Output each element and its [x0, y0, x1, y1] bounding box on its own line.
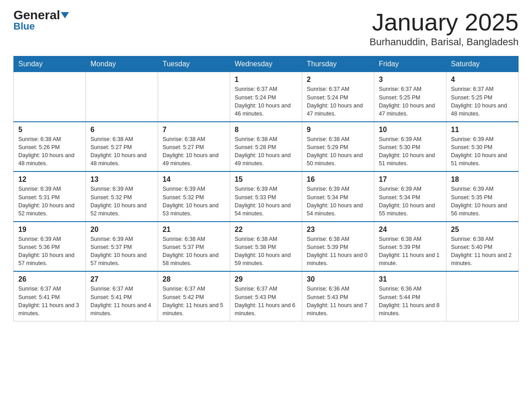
calendar-cell: 18Sunrise: 6:39 AM Sunset: 5:35 PM Dayli…: [446, 171, 519, 222]
day-info: Sunrise: 6:39 AM Sunset: 5:37 PM Dayligh…: [90, 235, 153, 268]
calendar-cell: 30Sunrise: 6:36 AM Sunset: 5:43 PM Dayli…: [302, 271, 374, 321]
day-number: 30: [307, 275, 369, 283]
calendar-cell: 17Sunrise: 6:39 AM Sunset: 5:34 PM Dayli…: [374, 171, 446, 222]
day-info: Sunrise: 6:37 AM Sunset: 5:25 PM Dayligh…: [451, 85, 514, 118]
day-number: 20: [90, 226, 153, 234]
calendar-week-row: 5Sunrise: 6:38 AM Sunset: 5:26 PM Daylig…: [14, 122, 519, 172]
col-friday: Friday: [374, 56, 446, 72]
calendar-cell: 28Sunrise: 6:37 AM Sunset: 5:42 PM Dayli…: [158, 271, 230, 321]
day-number: 10: [379, 126, 442, 134]
day-info: Sunrise: 6:36 AM Sunset: 5:43 PM Dayligh…: [307, 285, 369, 317]
col-wednesday: Wednesday: [230, 56, 302, 72]
day-info: Sunrise: 6:39 AM Sunset: 5:34 PM Dayligh…: [379, 185, 442, 218]
location-title: Burhanuddin, Barisal, Bangladesh: [369, 36, 519, 48]
calendar-cell: 4Sunrise: 6:37 AM Sunset: 5:25 PM Daylig…: [446, 72, 519, 122]
calendar-cell: 15Sunrise: 6:39 AM Sunset: 5:33 PM Dayli…: [230, 171, 302, 222]
day-number: 9: [307, 126, 369, 134]
calendar-cell: 24Sunrise: 6:38 AM Sunset: 5:39 PM Dayli…: [374, 222, 446, 272]
day-info: Sunrise: 6:36 AM Sunset: 5:44 PM Dayligh…: [379, 285, 442, 317]
day-info: Sunrise: 6:39 AM Sunset: 5:32 PM Dayligh…: [90, 185, 153, 218]
col-monday: Monday: [86, 56, 158, 72]
logo-blue: Blue: [13, 21, 35, 32]
day-number: 27: [90, 275, 153, 283]
title-block: January 2025 Burhanuddin, Barisal, Bangl…: [369, 9, 519, 48]
day-info: Sunrise: 6:38 AM Sunset: 5:28 PM Dayligh…: [235, 135, 297, 168]
day-info: Sunrise: 6:37 AM Sunset: 5:43 PM Dayligh…: [235, 285, 297, 317]
day-info: Sunrise: 6:39 AM Sunset: 5:31 PM Dayligh…: [18, 185, 81, 218]
page-header: General Blue January 2025 Burhanuddin, B…: [13, 9, 519, 48]
day-number: 12: [18, 176, 81, 184]
day-number: 5: [18, 126, 81, 134]
day-info: Sunrise: 6:37 AM Sunset: 5:24 PM Dayligh…: [235, 85, 297, 118]
col-sunday: Sunday: [14, 56, 86, 72]
calendar-cell: 26Sunrise: 6:37 AM Sunset: 5:41 PM Dayli…: [14, 271, 86, 321]
logo-general: General: [13, 9, 69, 21]
calendar-cell: [86, 72, 158, 122]
col-saturday: Saturday: [446, 56, 519, 72]
day-info: Sunrise: 6:39 AM Sunset: 5:30 PM Dayligh…: [451, 135, 514, 168]
calendar-cell: 9Sunrise: 6:38 AM Sunset: 5:29 PM Daylig…: [302, 122, 374, 172]
calendar-week-row: 26Sunrise: 6:37 AM Sunset: 5:41 PM Dayli…: [14, 271, 519, 321]
day-info: Sunrise: 6:39 AM Sunset: 5:30 PM Dayligh…: [379, 135, 442, 168]
day-number: 31: [379, 275, 442, 283]
calendar-cell: [158, 72, 230, 122]
calendar-cell: 19Sunrise: 6:39 AM Sunset: 5:36 PM Dayli…: [14, 222, 86, 272]
day-number: 8: [235, 126, 297, 134]
day-number: 28: [163, 275, 225, 283]
calendar-cell: [14, 72, 86, 122]
day-info: Sunrise: 6:38 AM Sunset: 5:39 PM Dayligh…: [307, 235, 369, 268]
logo: General Blue: [13, 9, 69, 32]
calendar-table: Sunday Monday Tuesday Wednesday Thursday…: [13, 56, 519, 321]
day-number: 4: [451, 76, 514, 84]
day-number: 6: [90, 126, 153, 134]
calendar-cell: 21Sunrise: 6:38 AM Sunset: 5:37 PM Dayli…: [158, 222, 230, 272]
day-number: 13: [90, 176, 153, 184]
calendar-cell: 14Sunrise: 6:39 AM Sunset: 5:32 PM Dayli…: [158, 171, 230, 222]
calendar-cell: 8Sunrise: 6:38 AM Sunset: 5:28 PM Daylig…: [230, 122, 302, 172]
day-number: 2: [307, 76, 369, 84]
calendar-cell: 27Sunrise: 6:37 AM Sunset: 5:41 PM Dayli…: [86, 271, 158, 321]
day-info: Sunrise: 6:38 AM Sunset: 5:37 PM Dayligh…: [163, 235, 225, 268]
calendar-cell: 7Sunrise: 6:38 AM Sunset: 5:27 PM Daylig…: [158, 122, 230, 172]
calendar-cell: 1Sunrise: 6:37 AM Sunset: 5:24 PM Daylig…: [230, 72, 302, 122]
calendar-cell: 29Sunrise: 6:37 AM Sunset: 5:43 PM Dayli…: [230, 271, 302, 321]
day-info: Sunrise: 6:39 AM Sunset: 5:35 PM Dayligh…: [451, 185, 514, 218]
col-thursday: Thursday: [302, 56, 374, 72]
day-info: Sunrise: 6:38 AM Sunset: 5:26 PM Dayligh…: [18, 135, 81, 168]
calendar-cell: 11Sunrise: 6:39 AM Sunset: 5:30 PM Dayli…: [446, 122, 519, 172]
col-tuesday: Tuesday: [158, 56, 230, 72]
day-info: Sunrise: 6:37 AM Sunset: 5:41 PM Dayligh…: [18, 285, 81, 317]
day-number: 3: [379, 76, 442, 84]
calendar-cell: 3Sunrise: 6:37 AM Sunset: 5:25 PM Daylig…: [374, 72, 446, 122]
calendar-cell: 13Sunrise: 6:39 AM Sunset: 5:32 PM Dayli…: [86, 171, 158, 222]
day-info: Sunrise: 6:39 AM Sunset: 5:33 PM Dayligh…: [235, 185, 297, 218]
day-number: 22: [235, 226, 297, 234]
calendar-cell: 12Sunrise: 6:39 AM Sunset: 5:31 PM Dayli…: [14, 171, 86, 222]
calendar-cell: 23Sunrise: 6:38 AM Sunset: 5:39 PM Dayli…: [302, 222, 374, 272]
day-number: 29: [235, 275, 297, 283]
calendar-cell: 5Sunrise: 6:38 AM Sunset: 5:26 PM Daylig…: [14, 122, 86, 172]
day-info: Sunrise: 6:38 AM Sunset: 5:27 PM Dayligh…: [163, 135, 225, 168]
day-number: 25: [451, 226, 514, 234]
day-info: Sunrise: 6:37 AM Sunset: 5:24 PM Dayligh…: [307, 85, 369, 118]
day-number: 1: [235, 76, 297, 84]
day-info: Sunrise: 6:39 AM Sunset: 5:32 PM Dayligh…: [163, 185, 225, 218]
day-number: 24: [379, 226, 442, 234]
calendar-cell: 25Sunrise: 6:38 AM Sunset: 5:40 PM Dayli…: [446, 222, 519, 272]
day-info: Sunrise: 6:38 AM Sunset: 5:29 PM Dayligh…: [307, 135, 369, 168]
day-number: 19: [18, 226, 81, 234]
calendar-week-row: 12Sunrise: 6:39 AM Sunset: 5:31 PM Dayli…: [14, 171, 519, 222]
day-number: 23: [307, 226, 369, 234]
day-number: 11: [451, 126, 514, 134]
day-number: 14: [163, 176, 225, 184]
calendar-cell: 10Sunrise: 6:39 AM Sunset: 5:30 PM Dayli…: [374, 122, 446, 172]
calendar-week-row: 1Sunrise: 6:37 AM Sunset: 5:24 PM Daylig…: [14, 72, 519, 122]
day-info: Sunrise: 6:38 AM Sunset: 5:39 PM Dayligh…: [379, 235, 442, 268]
calendar-cell: 16Sunrise: 6:39 AM Sunset: 5:34 PM Dayli…: [302, 171, 374, 222]
calendar-cell: 20Sunrise: 6:39 AM Sunset: 5:37 PM Dayli…: [86, 222, 158, 272]
day-info: Sunrise: 6:38 AM Sunset: 5:40 PM Dayligh…: [451, 235, 514, 268]
day-number: 17: [379, 176, 442, 184]
month-title: January 2025: [369, 9, 519, 35]
day-number: 18: [451, 176, 514, 184]
calendar-cell: [446, 271, 519, 321]
